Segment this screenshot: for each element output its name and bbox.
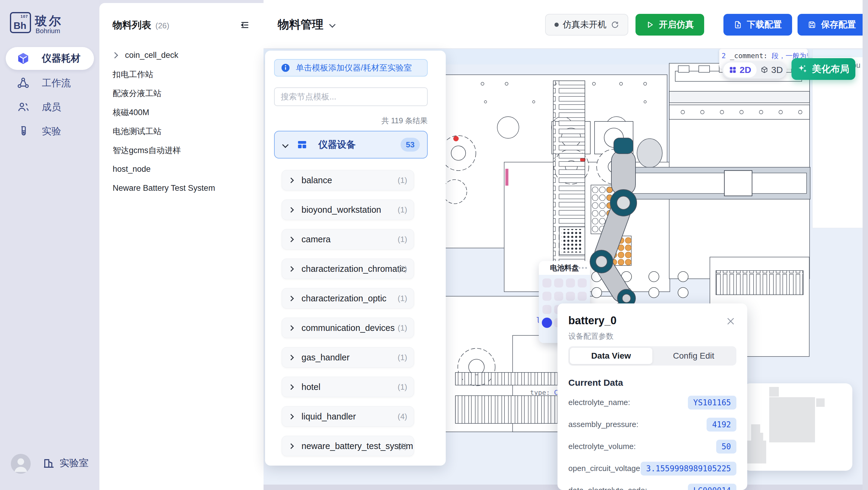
view-mode-toggle: 2D 3D [722,61,787,79]
material-item[interactable]: coin_cell_deck [99,46,264,65]
data-row-value: LG000014 [688,484,736,490]
chevron-right-icon [288,355,293,360]
material-item[interactable]: 配液分液工站 [99,84,264,103]
tray-cell[interactable] [542,292,552,301]
sidebar-item-laboratory[interactable]: 实验室 [43,457,89,470]
category-bioyond_workstation[interactable]: bioyond_workstation(1) [282,200,414,220]
category-label: characterization_optic [302,293,386,304]
category-gas_handler[interactable]: gas_handler(1) [282,347,414,368]
tray-cell[interactable] [554,279,563,287]
save-config-button[interactable]: 保存配置 [798,14,866,35]
sparkles-icon [798,64,808,74]
chevron-right-icon [288,266,293,271]
sidebar-item-members[interactable]: 成员 [6,97,94,117]
view-3d-button[interactable]: 3D [756,65,787,75]
data-row: data_electrolyte_code:LG000014 [568,480,736,490]
building-icon [43,457,55,469]
category-balance[interactable]: balance(1) [282,170,414,191]
popup-title: battery_0 [568,314,617,327]
data-row-label: assembly_pressure: [568,420,639,429]
materials-list: coin_cell_deck扣电工作站配液分液工站核磁400M电池测试工站智达g… [99,46,264,198]
sidebar-item-label: 工作流 [42,77,71,90]
chevron-right-icon [288,384,293,390]
category-label: liquid_handler [302,412,356,422]
material-item-label: 智达gcms自动进样 [113,145,181,156]
material-item[interactable]: Neware Battery Test System [99,179,264,198]
tab-data-view[interactable]: Data View [570,348,652,364]
workflow-icon [17,77,30,90]
category-count: (1) [398,235,407,244]
category-label: characterization_chromatic [302,264,406,274]
category-neware_battery_test_system[interactable]: neware_battery_test_system(1) [282,436,414,456]
tray-cell[interactable] [578,292,587,301]
tray-cell[interactable] [566,279,575,287]
sidebar-item-experiments[interactable]: 实验 [6,121,94,141]
tray-cell[interactable] [578,279,587,287]
chevron-right-icon [288,207,293,212]
tray-cell[interactable] [542,279,552,287]
user-avatar[interactable] [11,454,31,474]
material-item[interactable]: host_node [99,160,264,179]
tray-cell[interactable] [566,292,575,301]
sidebar-item-label: 实验室 [60,457,89,470]
material-item[interactable]: 智达gcms自动进样 [99,141,264,160]
data-row-label: data_electrolyte_code: [568,486,647,490]
category-communication_devices[interactable]: communication_devices(1) [282,318,414,338]
battery-config-popup: battery_0 设备配置参数 Data View Config Edit C… [557,304,747,490]
sidebar-item-workflow[interactable]: 工作流 [6,73,94,93]
page-title: 物料管理 [278,17,323,32]
data-row-label: electrolyte_name: [568,398,630,407]
material-item[interactable]: 电池测试工站 [99,122,264,141]
tray-cell[interactable] [554,292,563,301]
logo-number: 107 [21,14,28,19]
more-menu-icon[interactable] [579,267,587,269]
tray-cell[interactable] [542,305,552,314]
simulation-status-pill[interactable]: 仿真未开机 [545,14,628,35]
minimap-block [769,397,815,442]
beautify-layout-button[interactable]: 美化布局 [792,58,855,80]
start-simulation-button[interactable]: 开启仿真 [636,14,704,35]
sidebar-item-label: 成员 [42,100,61,114]
logo-symbol: Bh [13,20,27,31]
status-dot [555,23,559,27]
category-count: (1) [398,205,407,214]
download-config-button[interactable]: 下载配置 [723,14,792,35]
category-hotel[interactable]: hotel(1) [282,377,414,397]
save-config-label: 保存配置 [821,19,856,31]
material-item[interactable]: 扣电工作站 [99,65,264,84]
category-characterization_chromatic[interactable]: characterization_chromatic(2) [282,259,414,279]
tray-cell-selected[interactable] [542,318,552,328]
category-label: communication_devices [302,323,395,333]
refresh-icon[interactable] [611,21,619,29]
play-icon [646,21,654,29]
sidebar-item-label: 实验 [42,125,61,138]
sidebar-item-instruments[interactable]: 仪器耗材 [6,47,94,70]
category-count: (4) [398,412,407,421]
material-item[interactable]: 核磁400M [99,103,264,122]
bohrium-logo: 107 Bh [10,12,31,33]
category-characterization_optic[interactable]: characterization_optic(1) [282,288,414,309]
material-item-label: 电池测试工站 [113,126,161,137]
chevron-right-icon [288,325,293,330]
category-count: (1) [398,441,407,451]
close-icon[interactable] [725,316,736,326]
template-panel: 单击模板添加仪器/耗材至实验室 共 119 条结果 仪器设备 53 balanc… [265,51,446,466]
category-liquid_handler[interactable]: liquid_handler(4) [282,406,414,427]
category-label: balance [302,175,332,185]
right-scroll-gutter[interactable] [863,0,868,490]
material-item-label: 配液分液工站 [113,88,161,99]
category-camera[interactable]: camera(1) [282,229,414,250]
collapse-panel-icon[interactable] [240,20,250,30]
material-item-label: Neware Battery Test System [113,183,215,193]
sidebar-item-label: 仪器耗材 [42,52,81,65]
status-label: 仿真未开机 [563,19,607,31]
view-2d-button[interactable]: 2D [723,62,756,78]
minimap-block [816,398,825,407]
page-title-dropdown[interactable]: 物料管理 [278,17,335,32]
tab-config-edit[interactable]: Config Edit [652,348,735,364]
category-count: (1) [398,176,407,185]
minimap[interactable] [743,383,852,471]
test-tube-icon [17,125,30,138]
save-icon [808,21,816,29]
materials-title: 物料列表 [113,19,151,32]
